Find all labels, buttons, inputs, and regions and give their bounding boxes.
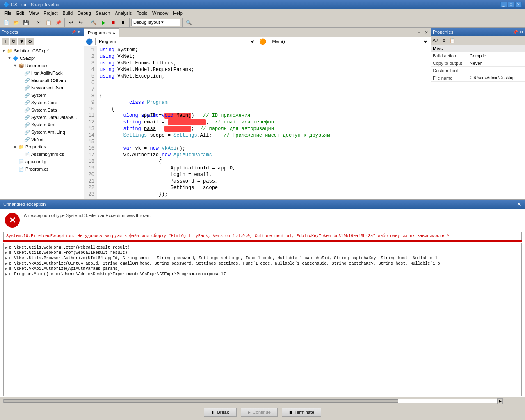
undo-button[interactable]: ↩ [66,18,75,27]
class-dropdown[interactable]: Program [95,38,256,45]
custom-tool-value[interactable] [468,68,525,73]
tree-collapse-button[interactable]: ▼ [18,38,25,45]
tree-newtonsoftjson[interactable]: 🔗 Newtonsoft.Json [1,84,83,91]
ref-icon: 🔗 [24,129,30,135]
tree-htmlagilitypack[interactable]: 🔗 HtmlAgilityPack [1,69,83,77]
run-button[interactable]: ▶ [99,18,108,27]
exception-dialog: Unhandled exception ✕ ✕ An exception of … [0,199,525,420]
ref-icon: 🔗 [24,77,30,84]
error-icon: ✕ [5,213,20,228]
code-line-17: vk.Authorize(new ApiAuthParams [100,152,428,158]
properties-toolbar: AZ ≡ 📋 [431,36,525,45]
code-line-2: using VkNet; [100,53,428,60]
editor-tab-bar: Program.cs ✕ ≡ ✕ [84,28,431,37]
exception-text-box[interactable]: System.IO.FileLoadException: Не удалось … [3,232,522,240]
menu-view[interactable]: View [27,10,41,16]
method-dropdown[interactable]: Main() [269,38,429,45]
references-icon: 📦 [18,62,25,69]
tree-microsoftcsharp[interactable]: 🔗 Microsoft.CSharp [1,77,83,84]
tree-systemxml[interactable]: 🔗 System.Xml [1,121,83,128]
copy-to-output-value[interactable]: Never [468,61,525,66]
save-button[interactable]: 💾 [21,18,30,27]
tree-appconfig[interactable]: 📄 app.config [1,158,83,165]
close-button[interactable]: ✕ [515,2,522,7]
tree-refresh-button[interactable]: ↻ [10,38,17,45]
properties-panel-header: Properties 📌 ✕ [431,28,525,36]
menu-search[interactable]: Search [94,10,113,16]
props-cat-button[interactable]: ≡ [440,37,447,44]
file-name-label: File name [431,74,468,81]
panel-pin-button[interactable]: 📌 [71,29,76,35]
new-button[interactable]: 📄 [2,18,11,27]
expand-icon [18,129,24,135]
editor-navigation-bar: 🔵 Program 🟠 Main() [84,37,431,46]
scroll-right-button[interactable]: ▶ [497,398,503,404]
tree-assemblyinfo[interactable]: 📄 AssemblyInfo.cs [1,151,83,158]
file-name-row: File name C:\Users\Admin\Desktop [431,74,525,82]
scrollbar-thumb[interactable] [4,399,398,403]
open-button[interactable]: 📂 [11,18,21,27]
build-action-value[interactable]: Compile [468,53,525,58]
expand-icon [18,122,24,128]
tree-vknet[interactable]: 🔗 VkNet [1,136,83,143]
tree-properties[interactable]: ▶ 📁 Properties [1,143,83,151]
expand-icon [18,70,24,76]
editor-close-all-button[interactable]: ✕ [423,29,430,36]
expand-icon: ▼ [7,55,12,61]
props-pin-button[interactable]: 📌 [512,30,518,35]
tree-project[interactable]: ▼ 🔷 CSExpr [1,55,83,62]
terminate-button[interactable]: ⏹ Terminate [282,408,321,417]
copy-button[interactable]: 📋 [44,18,53,27]
menu-build[interactable]: Build [60,10,75,16]
tab-close-button[interactable]: ✕ [112,31,116,35]
editor-tab-programcs[interactable]: Program.cs ✕ [84,28,119,37]
tree-add-button[interactable]: + [2,38,9,45]
expand-icon: ▶ [12,144,18,150]
maximize-button[interactable]: □ [508,2,514,7]
tree-systemcore[interactable]: 🔗 System.Core [1,99,83,106]
search-button[interactable]: 🔍 [184,18,193,27]
menu-window[interactable]: Window [150,10,171,16]
code-line-4: using VkNet.Model.RequestParams; [100,66,428,73]
props-desc-button[interactable]: 📋 [448,37,456,44]
menu-edit[interactable]: Edit [14,10,27,16]
debug-layout-dropdown[interactable]: Debug layout ▾ [131,19,180,26]
panel-close-button[interactable]: ✕ [76,29,82,35]
ref-icon: 🔗 [24,92,30,98]
pause-button[interactable]: ⏸ [119,18,128,27]
stack-trace-area: ▶ в VkNet.Utils.WebForm..ctor(WebCallRes… [3,243,522,396]
minimize-button[interactable]: _ [500,2,507,7]
tree-programcs[interactable]: 📄 Program.cs [1,165,83,173]
config-file-icon: 📄 [18,158,25,165]
ref-icon: 🔗 [24,107,30,113]
dialog-close-button[interactable]: ✕ [517,201,522,208]
tree-solution[interactable]: ▼ 📁 Solution 'CSExpr' [1,47,83,55]
horizontal-scrollbar[interactable] [3,399,497,403]
title-bar: 🔷 CSExpr - SharpDevelop _ □ ✕ [0,0,525,9]
stop-button[interactable]: ⏹ [109,18,118,27]
menu-file[interactable]: File [2,10,14,16]
tree-system[interactable]: 🔗 System [1,91,83,99]
menu-help[interactable]: Help [171,10,185,16]
props-close-button[interactable]: ✕ [520,30,523,35]
continue-button[interactable]: ▶ Continue [241,408,278,417]
toolbar-sep-4 [129,18,130,27]
editor-menu-button[interactable]: ≡ [416,29,422,36]
paste-button[interactable]: 📌 [54,18,63,27]
menu-tools[interactable]: Tools [134,10,150,16]
tree-systemdata[interactable]: 🔗 System.Data [1,106,83,114]
cut-button[interactable]: ✂ [34,18,43,27]
tree-systemdatadatase[interactable]: 🔗 System.Data.DataSe... [1,114,83,121]
tree-properties-button[interactable]: ⚙ [26,38,34,45]
menu-project[interactable]: Project [41,10,60,16]
menu-debug[interactable]: Debug [75,10,93,16]
break-button[interactable]: ⏸ Break [204,408,237,417]
tree-systemxmllinq[interactable]: 🔗 System.Xml.Linq [1,128,83,136]
build-button[interactable]: 🔨 [89,18,98,27]
menu-analysis[interactable]: Analysis [112,10,134,16]
redo-button[interactable]: ↪ [76,18,85,27]
code-line-3: using VkNet.Enums.Filters; [100,60,428,66]
props-az-button[interactable]: AZ [432,37,439,44]
tree-references[interactable]: ▼ 📦 References [1,62,83,69]
arrow-icon: ▶ [5,256,7,260]
